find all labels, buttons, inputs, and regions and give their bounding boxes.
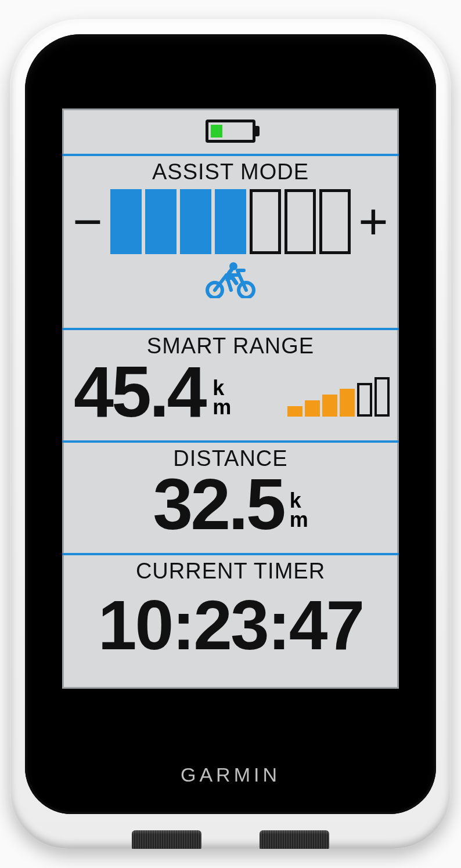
battery-icon bbox=[206, 120, 255, 143]
assist-bar bbox=[284, 189, 316, 254]
assist-mode-panel: ASSIST MODE − + ⚡ bbox=[62, 154, 399, 328]
brand-logo: GARMIN bbox=[25, 764, 436, 786]
smart-range-unit: k m bbox=[213, 379, 231, 417]
assist-bar bbox=[250, 189, 281, 254]
assist-bar bbox=[145, 189, 177, 254]
signal-strength-bars bbox=[287, 376, 390, 417]
timer-panel: CURRENT TIMER 10:23:47 bbox=[62, 553, 399, 689]
assist-level-bars bbox=[110, 189, 351, 254]
signal-bar bbox=[322, 395, 337, 417]
status-bar bbox=[62, 108, 399, 154]
assist-bar bbox=[180, 189, 211, 254]
smart-range-panel: SMART RANGE 45.4 k m bbox=[62, 328, 399, 440]
battery-fill bbox=[211, 125, 222, 138]
distance-unit: k m bbox=[290, 491, 308, 529]
ebike-icon: ⚡ bbox=[204, 261, 257, 298]
assist-mode-label: ASSIST MODE bbox=[71, 160, 390, 185]
screen[interactable]: ASSIST MODE − + ⚡ bbox=[62, 108, 399, 689]
signal-bar bbox=[374, 377, 390, 417]
signal-bar bbox=[357, 383, 372, 417]
assist-bar bbox=[110, 189, 142, 254]
device-shell: ASSIST MODE − + ⚡ bbox=[10, 19, 451, 849]
assist-bar bbox=[215, 189, 246, 254]
bezel: ASSIST MODE − + ⚡ bbox=[25, 34, 436, 814]
mount-tabs bbox=[126, 830, 335, 849]
smart-range-value: 45.4 bbox=[74, 359, 204, 425]
signal-bar bbox=[305, 400, 320, 417]
distance-value: 32.5 bbox=[153, 471, 283, 537]
assist-bar bbox=[319, 189, 351, 254]
assist-increase-button[interactable]: + bbox=[357, 196, 390, 247]
signal-bar bbox=[287, 406, 302, 417]
timer-label: CURRENT TIMER bbox=[71, 559, 390, 584]
distance-panel: DISTANCE 32.5 k m bbox=[62, 440, 399, 553]
assist-decrease-button[interactable]: − bbox=[71, 196, 104, 247]
timer-value: 10:23:47 bbox=[71, 585, 390, 665]
signal-bar bbox=[340, 389, 355, 417]
